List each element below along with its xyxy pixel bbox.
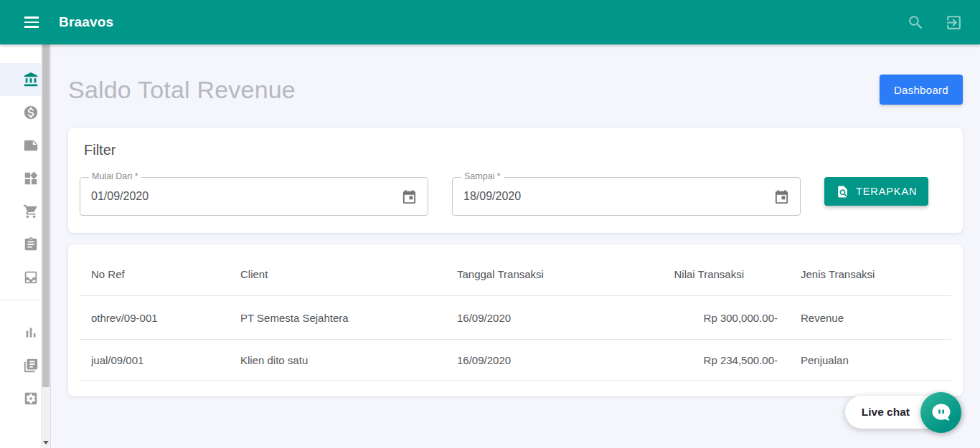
cell-no-ref: othrev/09-001 [91, 312, 240, 324]
col-header-jenis: Jenis Transaksi [778, 268, 951, 280]
table-row[interactable]: othrev/09-001 PT Semesta Sejahtera 16/09… [80, 296, 951, 340]
col-header-client: Client [240, 268, 457, 280]
calendar-icon[interactable] [773, 189, 790, 205]
table-row[interactable]: jual/09/001 Klien dito satu 16/09/2020 R… [80, 340, 951, 381]
hamburger-menu-icon[interactable] [19, 8, 47, 37]
widgets-icon [23, 171, 39, 186]
find-in-page-icon [836, 185, 849, 199]
filter-card: Filter Mulai Dari * 01/09/2020 Sampai * … [68, 128, 963, 233]
date-from-field[interactable]: Mulai Dari * 01/09/2020 [80, 177, 428, 216]
sidebar-item-notes[interactable] [0, 129, 41, 162]
page-title: Saldo Total Revenue [68, 76, 296, 104]
cell-client: Klien dito satu [240, 354, 457, 366]
inbox-icon [23, 270, 39, 285]
chat-bubble-icon [930, 401, 953, 424]
apply-button-label: TERAPKAN [856, 186, 917, 197]
scrollbar-down-arrow-icon[interactable] [43, 441, 49, 444]
cell-no-ref: jual/09/001 [91, 354, 240, 366]
sidebar-item-bank[interactable] [0, 63, 41, 96]
date-to-label: Sampai * [461, 171, 504, 181]
bar-chart-icon [23, 325, 39, 340]
live-chat-widget[interactable]: Live chat [845, 396, 961, 429]
sidebar-item-library[interactable] [0, 349, 41, 382]
sidebar-item-clipboard[interactable] [0, 228, 41, 261]
date-from-value[interactable]: 01/09/2020 [80, 178, 428, 215]
app-bar: Braavos [0, 0, 980, 44]
filter-heading: Filter [84, 142, 951, 158]
cell-tanggal: 16/09/2020 [457, 354, 651, 366]
cell-jenis: Revenue [778, 312, 951, 324]
sidebar-item-settings[interactable] [0, 382, 41, 415]
sidebar-divider [0, 300, 41, 300]
transactions-table: No Ref Client Tanggal Transaksi Nilai Tr… [68, 244, 963, 396]
monetization-icon [23, 105, 39, 120]
scrollbar-thumb[interactable] [42, 44, 50, 387]
sidebar-scrollbar[interactable] [41, 44, 51, 448]
sidebar-item-inbox[interactable] [0, 261, 41, 294]
date-to-value[interactable]: 18/09/2020 [453, 178, 800, 215]
apply-filter-button[interactable]: TERAPKAN [824, 177, 928, 206]
cart-icon [23, 204, 39, 219]
settings-icon [23, 391, 39, 406]
clipboard-icon [23, 237, 39, 252]
col-header-nilai: Nilai Transaksi [651, 268, 778, 280]
col-header-no-ref: No Ref [91, 268, 240, 280]
bank-icon [23, 72, 39, 87]
date-from-label: Mulai Dari * [89, 171, 141, 181]
sidebar-item-monetization[interactable] [0, 96, 41, 129]
search-icon[interactable] [907, 14, 925, 32]
sidebar-item-widgets[interactable] [0, 162, 41, 195]
cell-tanggal: 16/09/2020 [457, 312, 651, 324]
live-chat-label: Live chat [862, 406, 910, 419]
cell-nilai: Rp 300,000.00- [651, 312, 778, 324]
note-icon [23, 138, 39, 153]
sidebar [0, 44, 41, 448]
cell-jenis: Penjualan [778, 354, 951, 366]
calendar-icon[interactable] [401, 189, 418, 205]
app-title: Braavos [59, 14, 113, 30]
chat-bubble-button[interactable] [920, 392, 961, 433]
sidebar-item-reports[interactable] [0, 316, 41, 349]
table-header-row: No Ref Client Tanggal Transaksi Nilai Tr… [80, 253, 951, 296]
cell-nilai: Rp 234,500.00- [651, 354, 778, 366]
sidebar-item-cart[interactable] [0, 195, 41, 228]
dashboard-button[interactable]: Dashboard [880, 75, 963, 105]
col-header-tanggal: Tanggal Transaksi [457, 268, 651, 280]
cell-client: PT Semesta Sejahtera [240, 312, 457, 324]
logout-icon[interactable] [945, 14, 963, 32]
library-icon [23, 358, 39, 373]
date-to-field[interactable]: Sampai * 18/09/2020 [452, 177, 801, 216]
main-content: Saldo Total Revenue Dashboard Filter Mul… [51, 44, 980, 448]
